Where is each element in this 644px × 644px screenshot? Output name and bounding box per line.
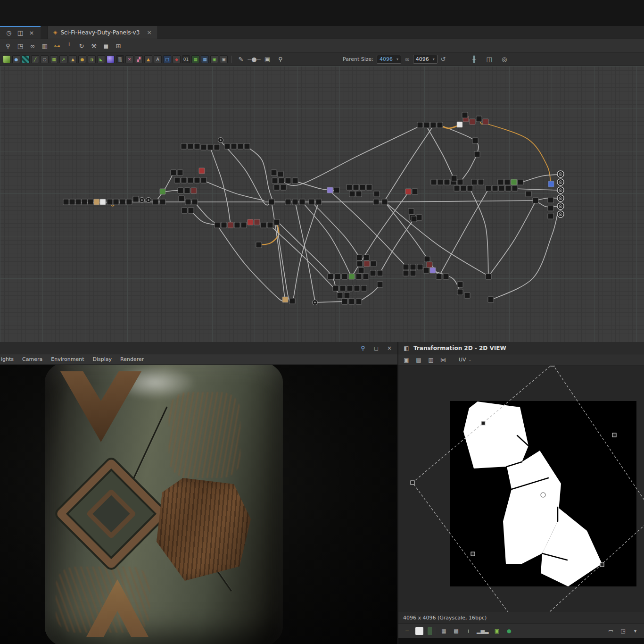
graph-node[interactable] <box>518 179 523 185</box>
link-view-icon[interactable]: ⋈ <box>439 356 447 364</box>
blend-icon[interactable]: ● <box>12 55 20 63</box>
graph-node[interactable] <box>231 143 237 149</box>
menu-display[interactable]: Display <box>88 356 116 362</box>
graph-node[interactable] <box>177 170 183 176</box>
graph-node[interactable] <box>364 261 370 267</box>
graph-node[interactable] <box>269 199 274 205</box>
paint-icon[interactable]: ◆ <box>173 55 181 63</box>
graph-node[interactable] <box>278 171 283 177</box>
graph-node[interactable] <box>224 143 230 149</box>
pan-view-icon[interactable]: ◳ <box>15 41 25 51</box>
graph-node[interactable] <box>271 170 277 176</box>
graph-node[interactable] <box>411 216 417 222</box>
graph-node[interactable] <box>191 188 197 193</box>
graph-node[interactable] <box>349 191 355 197</box>
graph-node[interactable] <box>360 184 365 190</box>
graph-node[interactable] <box>274 219 280 225</box>
graph-node[interactable] <box>377 270 383 276</box>
node-graph-canvas[interactable] <box>0 66 644 342</box>
graph-node[interactable] <box>548 205 553 211</box>
transform-handle[interactable] <box>481 421 485 425</box>
graph-node[interactable] <box>462 112 468 118</box>
graph-node[interactable] <box>349 274 355 279</box>
graph-node[interactable] <box>107 199 113 205</box>
graph-node[interactable] <box>443 274 449 279</box>
elbow-connection-icon[interactable]: └ <box>64 41 74 51</box>
uniform-color-icon[interactable] <box>3 55 11 63</box>
graph-node[interactable] <box>451 176 457 181</box>
material-channel-icon[interactable] <box>428 627 436 635</box>
graph-node[interactable] <box>512 185 518 191</box>
graph-node[interactable] <box>126 199 132 205</box>
graph-node[interactable] <box>416 215 422 220</box>
graph-node[interactable] <box>526 191 531 197</box>
graph-node[interactable] <box>363 255 369 260</box>
graph-node[interactable] <box>82 199 87 205</box>
graph-node[interactable] <box>417 122 423 128</box>
uv-mode-dropdown[interactable]: UV ⌄ <box>459 357 471 363</box>
parent-size-dropdown[interactable]: 4096 ▾ <box>377 55 401 64</box>
snap-grid-icon[interactable]: ◎ <box>499 54 510 65</box>
graph-node[interactable] <box>215 222 220 228</box>
active-surface-icon[interactable]: ◼ <box>101 41 111 51</box>
graph-node[interactable] <box>285 199 291 205</box>
transform-handle[interactable] <box>612 433 616 437</box>
3d-viewport[interactable] <box>0 365 397 644</box>
tab-scifi-heavy-duty-panels[interactable]: ◈ Sci-Fi-Heavy-Duty-Panels-v3 × <box>47 26 158 39</box>
graph-node[interactable] <box>476 116 482 122</box>
graph-node[interactable] <box>69 199 75 205</box>
graph-node[interactable] <box>424 256 430 262</box>
graph-node[interactable] <box>370 270 376 276</box>
close-panel-icon[interactable]: × <box>385 344 394 352</box>
graph-node[interactable] <box>424 122 429 128</box>
graph-node[interactable] <box>361 285 367 291</box>
invert-icon[interactable]: ✕ <box>125 55 133 63</box>
graph-node[interactable] <box>214 144 220 150</box>
graph-node[interactable] <box>408 209 414 214</box>
comment-icon[interactable]: ✎ <box>236 54 246 65</box>
link-nodes-icon[interactable]: ∞ <box>27 41 38 51</box>
graph-node[interactable] <box>457 289 463 295</box>
selection-icon[interactable]: □ <box>163 55 171 63</box>
graph-node[interactable] <box>171 170 176 176</box>
refresh-icon[interactable]: ↻ <box>76 41 87 51</box>
graph-node[interactable] <box>533 198 538 203</box>
graph-node[interactable] <box>234 222 240 228</box>
duplicate-view-icon[interactable]: ▣ <box>402 356 411 364</box>
noise-icon[interactable]: ▒ <box>116 55 124 63</box>
graph-node[interactable] <box>133 196 139 202</box>
graph-node[interactable] <box>178 188 183 193</box>
split-view-icon[interactable]: ◫ <box>15 28 25 38</box>
background-toggle-icon[interactable]: ▭ <box>607 627 615 635</box>
graph-node[interactable] <box>194 143 200 149</box>
view-options-icon[interactable]: ▾ <box>631 627 639 635</box>
transform-handle[interactable] <box>551 366 554 366</box>
graph-node[interactable] <box>238 143 243 149</box>
frame-icon[interactable]: ▣ <box>220 55 228 63</box>
close-view-icon[interactable]: × <box>26 28 37 38</box>
graph-node[interactable] <box>474 151 480 157</box>
shape-icon[interactable]: ○ <box>41 55 49 63</box>
graph-node[interactable] <box>548 197 553 203</box>
graph-node[interactable] <box>185 199 191 205</box>
warp-icon[interactable]: ▲ <box>144 55 152 63</box>
graph-node[interactable] <box>316 199 322 205</box>
graph-node[interactable] <box>471 179 477 185</box>
graph-node[interactable] <box>88 199 93 205</box>
fit-view-icon[interactable]: ◳ <box>619 627 627 635</box>
graph-node[interactable] <box>344 293 350 298</box>
distribute-vertical-icon[interactable]: ◫ <box>484 54 495 65</box>
graph-node[interactable] <box>181 143 187 149</box>
graph-node[interactable] <box>461 185 466 191</box>
menu-camera[interactable]: Camera <box>18 356 47 362</box>
graph-node[interactable] <box>405 189 411 194</box>
menu-environment[interactable]: Environment <box>47 356 88 362</box>
2d-view-canvas[interactable] <box>398 366 644 612</box>
graph-node[interactable] <box>464 293 470 298</box>
graph-node[interactable] <box>248 219 253 225</box>
image-toggle-icon[interactable]: ▣ <box>493 627 501 635</box>
levels-icon[interactable]: ▲ <box>69 55 77 63</box>
graph-node[interactable] <box>281 184 286 190</box>
tab-close-icon[interactable]: × <box>143 29 152 36</box>
graph-node[interactable] <box>354 285 360 291</box>
